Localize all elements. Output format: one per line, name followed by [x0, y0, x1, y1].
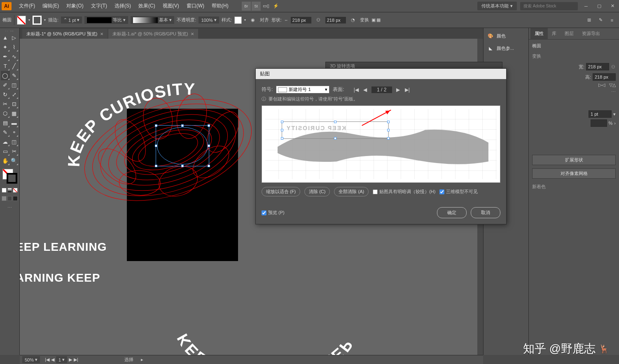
scale-to-fit-button[interactable]: 缩放以适合 (F) — [262, 187, 300, 196]
color-swatches[interactable] — [2, 168, 18, 184]
menu-file[interactable]: 文件(F) — [16, 1, 38, 11]
expand-shape-button[interactable]: 扩展形状 — [532, 155, 616, 165]
surface-last-icon[interactable]: ▶| — [404, 87, 410, 93]
artboard-tool[interactable]: ▭ — [1, 147, 10, 156]
stroke-brush-select[interactable]: 基本 ▾ — [131, 16, 174, 24]
menu-object[interactable]: 对象(O) — [63, 1, 86, 11]
style-swatch[interactable] — [234, 16, 242, 24]
minimize-icon[interactable]: ─ — [581, 2, 591, 10]
free-transform-tool[interactable]: ⊡ — [10, 99, 19, 109]
toolbar-grip[interactable]: ∙∙ ›› — [1, 29, 19, 33]
eraser-tool[interactable]: ◫ — [10, 80, 19, 90]
ellipse-tool[interactable]: ◯ — [1, 71, 10, 80]
width-input[interactable] — [291, 17, 311, 23]
surface-next-icon[interactable]: ▶ — [395, 87, 401, 93]
tab-close-icon[interactable]: ✕ — [191, 32, 194, 36]
zoom-select[interactable]: 50% ▾ — [22, 356, 40, 363]
height-input[interactable] — [325, 17, 346, 23]
color-guide-panel-button[interactable]: ◣颜色参... — [485, 42, 527, 54]
screen-mode-normal[interactable] — [2, 196, 7, 201]
blend-tool[interactable]: ⚬ — [10, 128, 19, 137]
eyedropper-tool[interactable]: ✎ — [1, 128, 10, 137]
brush-tool[interactable]: ✎ — [10, 71, 19, 80]
stroke-width-input[interactable]: ⌃ 1 pt ▾ — [61, 16, 82, 23]
surface-prev-icon[interactable]: ◀ — [362, 87, 368, 93]
dialog-title[interactable]: 贴图 — [256, 69, 506, 79]
mesh-tool[interactable]: ▤ — [1, 118, 10, 128]
selection-bounds[interactable] — [156, 125, 209, 166]
menu-select[interactable]: 选择(S) — [111, 1, 134, 11]
line-tool[interactable]: ╱ — [10, 61, 19, 71]
rotate-tool[interactable]: ↻ — [1, 90, 10, 99]
tab-properties[interactable]: 属性 — [530, 28, 548, 39]
menu-window[interactable]: 窗口(W) — [183, 1, 208, 11]
nav-prev-icon[interactable]: ◀ — [51, 357, 54, 362]
direct-selection-tool[interactable]: ▷ — [10, 33, 19, 42]
annotate-icon[interactable]: ✎ — [596, 16, 605, 25]
close-icon[interactable]: ✕ — [607, 2, 617, 10]
map-preview[interactable]: KEEP CURIOSITY — [262, 105, 500, 183]
color-mode-none[interactable] — [13, 188, 18, 193]
clear-all-button[interactable]: 全部清除 (A) — [334, 187, 369, 196]
nav-next-icon[interactable]: ▶ — [69, 357, 72, 362]
shape-builder-tool[interactable]: ⬡ — [1, 109, 10, 118]
color-mode-gradient[interactable] — [7, 188, 12, 193]
edit-toolbar-icon[interactable]: ⋯ — [7, 205, 12, 210]
lasso-tool[interactable]: ⌇ — [10, 42, 19, 52]
prop-width-input[interactable] — [586, 63, 609, 70]
pen-tool[interactable]: ✒ — [1, 52, 10, 61]
prop-height-input[interactable] — [593, 73, 616, 81]
menu-view[interactable]: 视图(V) — [159, 1, 182, 11]
clear-button[interactable]: 清除 (C) — [304, 187, 330, 196]
surface-first-icon[interactable]: |◀ — [353, 87, 359, 93]
shade-checkbox[interactable]: 贴图具有明暗调（较慢）(H) — [373, 189, 435, 195]
stock-icon[interactable]: St — [252, 2, 261, 11]
prop-opacity-input[interactable] — [591, 119, 607, 127]
screen-mode-present[interactable] — [13, 196, 18, 201]
arrange-icon[interactable]: ▭▯ — [262, 2, 271, 11]
menu-effect[interactable]: 效果(C) — [135, 1, 159, 11]
align-label[interactable]: 对齐 — [260, 17, 269, 23]
preview-checkbox[interactable]: 预览 (P) — [262, 210, 285, 216]
stroke-color[interactable] — [7, 173, 17, 184]
color-mode-solid[interactable] — [2, 188, 7, 193]
slice-tool[interactable]: ✂ — [10, 147, 19, 156]
nav-first-icon[interactable]: |◀ — [45, 357, 49, 362]
graph-tool[interactable]: ◫ — [10, 137, 19, 147]
magic-wand-tool[interactable]: ✦ — [1, 42, 10, 52]
opacity-input[interactable]: 100% ▾ — [199, 16, 219, 23]
prop-stroke-input[interactable] — [589, 110, 612, 118]
type-tool[interactable]: T — [1, 61, 10, 71]
flip-v-icon[interactable]: ▽△ — [609, 82, 616, 88]
tab-close-icon[interactable]: ✕ — [100, 32, 103, 36]
isolate-icon[interactable]: ▣ — [371, 17, 376, 23]
selection-tool[interactable]: ▲ — [1, 33, 10, 42]
search-input[interactable]: 搜索 Adobe Stock — [520, 2, 578, 10]
align-icons-group[interactable]: ▣ ▦ — [371, 17, 381, 23]
transform-label[interactable]: 变换 — [360, 17, 369, 23]
flip-h-icon[interactable]: ▷◁ — [598, 82, 605, 88]
tab-layers[interactable]: 图层 — [561, 28, 578, 39]
screen-mode-full[interactable] — [7, 196, 12, 201]
menu-help[interactable]: 帮助(H) — [208, 1, 232, 11]
gpu-icon[interactable]: ⚡ — [271, 2, 280, 11]
curvature-tool[interactable]: ∿ — [10, 52, 19, 61]
document-tab[interactable]: 未标题-1.ai* @ 50% (RGB/GPU 预览)✕ — [108, 29, 198, 39]
align-pixel-grid-button[interactable]: 对齐像素网格 — [532, 168, 616, 179]
invisible-geometry-checkbox[interactable]: 三维模型不可见 — [439, 189, 478, 195]
recolor-label[interactable]: 新着色 — [532, 184, 616, 190]
tab-asset-export[interactable]: 资源导出 — [578, 28, 604, 39]
nav-last-icon[interactable]: ▶| — [74, 357, 78, 362]
ok-button[interactable]: 确定 — [437, 207, 467, 218]
recolor-icon[interactable]: ◉ — [248, 16, 257, 25]
artboard-nav[interactable]: 1 ▾ — [56, 356, 67, 363]
gradient-tool[interactable]: ▬ — [10, 118, 19, 128]
stroke-profile-select[interactable]: 等比 ▾ — [84, 16, 128, 24]
scale-tool[interactable]: ⤢ — [10, 90, 19, 99]
snap-icon[interactable]: ⊞ — [584, 16, 593, 25]
menu-type[interactable]: 文字(T) — [88, 1, 110, 11]
panel-menu-icon[interactable]: ≡ — [607, 16, 617, 25]
symbol-select[interactable]: 新建符号 1▾ — [276, 86, 329, 93]
tab-libraries[interactable]: 库 — [548, 28, 561, 39]
pie-icon[interactable]: ◔ — [348, 16, 357, 25]
